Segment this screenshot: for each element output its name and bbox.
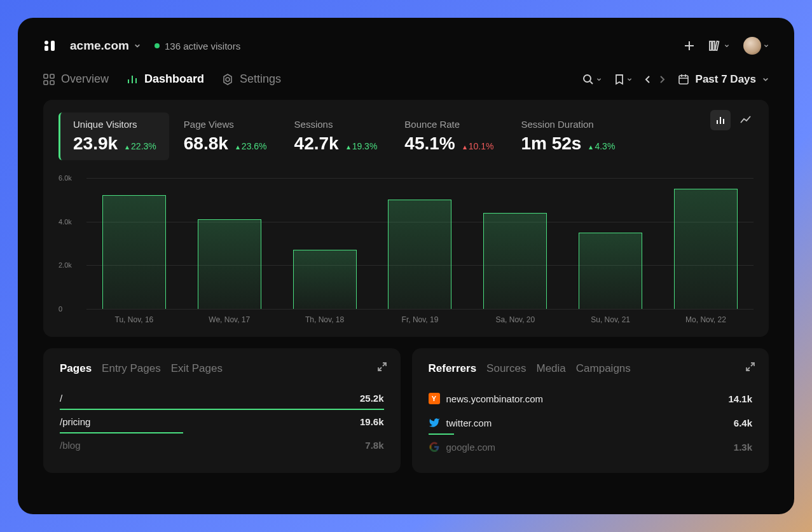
trend-arrow-icon: [125, 141, 129, 151]
svg-point-11: [226, 78, 230, 81]
tab-label: Dashboard: [144, 72, 204, 86]
metric-unique-visitors[interactable]: Unique Visitors 23.9k 22.3%: [58, 113, 169, 160]
chevron-left-icon: [645, 75, 651, 84]
panel-tab-entry-pages[interactable]: Entry Pages: [102, 362, 161, 375]
search-button[interactable]: [582, 74, 602, 85]
topbar-left: acme.com 136 active visitors: [43, 39, 240, 53]
tab-dashboard[interactable]: Dashboard: [127, 72, 204, 86]
nav: Overview Dashboard Settings: [43, 72, 769, 86]
referrers-tabs: ReferrersSourcesMediaCampaigns: [429, 362, 753, 375]
metric-session-duration[interactable]: Session Duration 1m 52s 4.3%: [506, 113, 628, 160]
expand-icon: [746, 362, 755, 371]
metric-value: 42.7k: [294, 133, 339, 154]
svg-marker-10: [224, 74, 231, 85]
panel-tab-exit-pages[interactable]: Exit Pages: [171, 362, 223, 375]
panel-tab-pages[interactable]: Pages: [60, 362, 92, 375]
referrer-row[interactable]: google.com 1.3k: [429, 435, 753, 459]
prev-button[interactable]: [645, 75, 651, 84]
metric-label: Page Views: [184, 119, 267, 130]
metric-value: 45.1%: [404, 133, 455, 154]
svg-rect-5: [715, 41, 719, 50]
y-axis-label: 2.0k: [58, 261, 72, 269]
x-axis-label: Su, Nov, 21: [579, 315, 642, 324]
metric-value: 68.8k: [184, 133, 228, 154]
chart-bar[interactable]: [674, 189, 738, 309]
app-shell: acme.com 136 active visitors: [18, 18, 794, 514]
page-value: 25.2k: [360, 393, 384, 404]
page-row[interactable]: /blog 7.8k: [60, 433, 384, 457]
chart-bar[interactable]: [483, 213, 547, 309]
svg-rect-1: [45, 46, 48, 51]
active-visitors[interactable]: 136 active visitors: [155, 41, 240, 51]
referrer-row[interactable]: Ynews.ycombinator.com 14.1k: [429, 386, 753, 411]
bar-chart-toggle[interactable]: [710, 110, 731, 130]
metric-delta: 19.3%: [347, 141, 378, 151]
panel-tab-campaigns[interactable]: Campaigns: [576, 362, 631, 375]
page-row[interactable]: /pricing 19.6k: [60, 410, 384, 433]
referrer-value: 6.4k: [734, 418, 752, 428]
panel-tab-media[interactable]: Media: [536, 362, 565, 375]
nav-arrows: [645, 75, 665, 84]
metric-page-views[interactable]: Page Views 68.8k 23.6%: [169, 113, 280, 160]
chevron-down-icon: [762, 76, 769, 83]
tab-settings[interactable]: Settings: [222, 72, 281, 86]
svg-rect-2: [51, 41, 55, 51]
topbar: acme.com 136 active visitors: [43, 37, 769, 55]
add-button[interactable]: [684, 40, 695, 51]
grid-line: [86, 309, 754, 310]
metric-delta: 4.3%: [589, 141, 615, 151]
referrer-value: 14.1k: [728, 393, 752, 404]
bookmark-button[interactable]: [614, 74, 632, 85]
x-axis-label: Sa, Nov, 20: [483, 315, 547, 324]
panel-tab-sources[interactable]: Sources: [486, 362, 526, 375]
metric-bounce-rate[interactable]: Bounce Rate 45.1% 10.1%: [390, 113, 506, 160]
chart-bar[interactable]: [102, 195, 166, 309]
referrer-name: news.ycombinator.com: [446, 393, 544, 404]
metric-label: Sessions: [294, 119, 378, 130]
chart-bar[interactable]: [198, 219, 261, 309]
nav-tabs: Overview Dashboard Settings: [43, 72, 281, 86]
metric-label: Session Duration: [521, 119, 615, 130]
svg-rect-8: [44, 81, 48, 85]
x-axis-label: We, Nov, 17: [198, 315, 261, 324]
site-picker[interactable]: acme.com: [70, 39, 141, 53]
metric-value: 1m 52s: [521, 133, 581, 154]
line-icon: [740, 115, 752, 125]
avatar: [743, 37, 761, 55]
page-path: /: [60, 393, 62, 404]
panel-tab-referrers[interactable]: Referrers: [429, 362, 477, 375]
search-icon: [582, 74, 594, 85]
line-chart-toggle[interactable]: [736, 110, 756, 130]
trend-arrow-icon: [589, 141, 593, 151]
y-axis-label: 4.0k: [58, 218, 72, 226]
chevron-right-icon: [659, 75, 665, 84]
chart-bar[interactable]: [579, 233, 642, 309]
user-menu[interactable]: [743, 37, 769, 55]
bottom-row: PagesEntry PagesExit Pages / 25.2k /pric…: [43, 348, 769, 473]
trend-arrow-icon: [463, 141, 467, 151]
next-button[interactable]: [659, 75, 665, 84]
metric-sessions[interactable]: Sessions 42.7k 19.3%: [280, 113, 390, 160]
date-range-label: Past 7 Days: [696, 73, 756, 86]
chevron-down-icon: [724, 43, 729, 48]
tab-label: Settings: [240, 72, 281, 86]
tab-overview[interactable]: Overview: [43, 72, 109, 86]
referrer-row[interactable]: twitter.com 6.4k: [429, 411, 753, 435]
page-value: 19.6k: [360, 416, 384, 427]
date-range-picker[interactable]: Past 7 Days: [678, 73, 769, 86]
metric-delta: 23.6%: [236, 141, 267, 151]
y-axis-label: 0: [58, 305, 62, 313]
expand-button[interactable]: [378, 362, 387, 371]
page-row[interactable]: / 25.2k: [60, 386, 384, 410]
metric-value: 23.9k: [73, 133, 118, 154]
pages-card: PagesEntry PagesExit Pages / 25.2k /pric…: [43, 348, 401, 473]
library-button[interactable]: [709, 40, 729, 51]
chart-bar[interactable]: [293, 250, 357, 309]
svg-rect-4: [713, 41, 715, 50]
site-name: acme.com: [70, 39, 129, 53]
metric-delta: 22.3%: [125, 141, 156, 151]
chevron-down-icon: [134, 43, 141, 49]
status-dot-icon: [155, 43, 160, 48]
expand-button[interactable]: [746, 362, 755, 371]
chart-bar[interactable]: [388, 200, 451, 309]
